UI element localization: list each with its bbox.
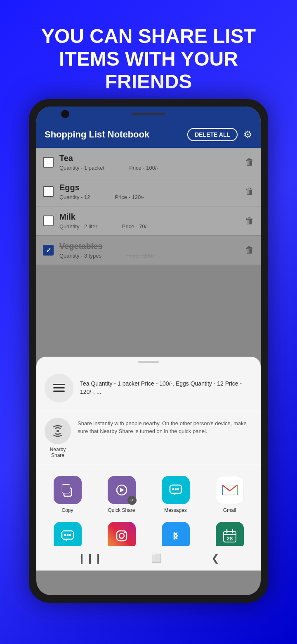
app-label-copy: Copy	[61, 507, 73, 514]
checkmark-icon: ✓	[46, 246, 51, 254]
recent-apps-button[interactable]: ❙❙❙	[78, 552, 102, 564]
nearby-share-description: Share instantly with people nearby. On t…	[78, 418, 252, 436]
nearby-waves-icon	[50, 425, 65, 437]
svg-point-1	[57, 430, 59, 432]
item-details-vegetables: Vegetables Quantity - 3 types Price - 20…	[59, 242, 245, 259]
item-meta-milk: Quantity - 2 liter Price - 70/-	[59, 223, 245, 230]
app-label-quickshare: Quick Share	[108, 507, 135, 514]
item-meta-tea: Quantity - 1 packet Price - 100/-	[59, 165, 245, 171]
hamburger-line	[53, 391, 65, 392]
item-price-tea: Price - 100/-	[129, 165, 158, 171]
gmail-svg-icon	[222, 483, 238, 497]
svg-point-9	[177, 488, 179, 490]
item-qty-vegetables: Quantity - 3 types	[59, 253, 101, 259]
share-preview-icon	[45, 374, 73, 402]
messages-svg-icon	[168, 483, 183, 497]
phone-screen: Shopping List Notebook DELETE ALL ⚙ Tea …	[36, 107, 261, 595]
quickshare-svg-icon	[114, 482, 130, 498]
quickshare-icon: ✈	[108, 476, 136, 504]
svg-point-12	[64, 534, 66, 536]
svg-point-17	[124, 532, 126, 533]
share-preview: Tea Quantity - 1 packet Price - 100/-, E…	[36, 369, 261, 411]
app-title: Shopping List Notebook	[45, 129, 149, 140]
nearby-share-icon	[45, 418, 71, 444]
app-header: Shopping List Notebook DELETE ALL ⚙	[36, 121, 261, 148]
svg-point-13	[66, 534, 68, 536]
speaker-bar	[132, 113, 165, 115]
nearby-share-section[interactable]: Nearby Share Share instantly with people…	[36, 411, 261, 465]
phone-frame: Shopping List Notebook DELETE ALL ⚙ Tea …	[29, 99, 268, 603]
list-item: ✓ Vegetables Quantity - 3 types Price - …	[36, 236, 261, 265]
list-item: Eggs Quantity - 12 Price - 120/- 🗑	[36, 177, 261, 206]
messages-icon	[162, 476, 190, 504]
app-label-gmail: Gmail	[223, 507, 236, 514]
delete-milk-icon[interactable]: 🗑	[245, 215, 254, 226]
item-price-eggs: Price - 120/-	[115, 194, 144, 200]
item-name-vegetables: Vegetables	[59, 242, 245, 251]
header-actions: DELETE ALL ⚙	[187, 128, 252, 141]
item-details-tea: Tea Quantity - 1 packet Price - 100/-	[59, 154, 245, 171]
item-price-milk: Price - 70/-	[122, 223, 148, 230]
item-name-eggs: Eggs	[59, 183, 245, 192]
item-name-milk: Milk	[59, 212, 245, 222]
app-label-messages: Messages	[164, 507, 187, 514]
calendar-svg-icon: 28	[222, 528, 238, 544]
item-meta-eggs: Quantity - 12 Price - 120/-	[59, 194, 245, 200]
checkbox-milk[interactable]	[43, 215, 54, 226]
svg-point-14	[69, 534, 71, 536]
delete-vegetables-icon[interactable]: 🗑	[245, 245, 254, 256]
svg-rect-4	[62, 485, 70, 493]
app-item-quickshare[interactable]: ✈ Quick Share	[94, 472, 148, 518]
checkbox-vegetables[interactable]: ✓	[43, 245, 54, 256]
nearby-share-label: Nearby Share	[45, 447, 71, 458]
share-preview-text: Tea Quantity - 1 packet Price - 100/-, E…	[80, 380, 252, 396]
hamburger-icon	[50, 381, 68, 395]
nearby-share-icon-group: Nearby Share	[45, 418, 71, 458]
bluetooth-svg-icon	[168, 528, 183, 543]
hamburger-line	[53, 384, 65, 385]
hamburger-line	[53, 387, 65, 388]
app-item-messages[interactable]: Messages	[148, 472, 203, 518]
app-item-gmail[interactable]: Gmail	[203, 472, 257, 518]
item-qty-milk: Quantity - 2 liter	[59, 223, 97, 230]
item-details-eggs: Eggs Quantity - 12 Price - 120/-	[59, 183, 245, 200]
checkbox-tea[interactable]	[43, 157, 54, 168]
share-sheet: Tea Quantity - 1 packet Price - 100/-, E…	[36, 357, 261, 571]
svg-point-8	[174, 488, 177, 490]
list-item: Milk Quantity - 2 liter Price - 70/- 🗑	[36, 206, 261, 236]
settings-icon[interactable]: ⚙	[243, 129, 252, 140]
checkbox-eggs[interactable]	[43, 186, 54, 197]
copy-svg-icon	[61, 483, 75, 497]
svg-text:28: 28	[226, 535, 232, 542]
quickshare-overlay-icon: ✈	[127, 496, 137, 505]
delete-tea-icon[interactable]: 🗑	[245, 157, 254, 168]
headline: YOU CAN SHARE LIST ITEMS WITH YOUR FRIEN…	[0, 25, 297, 93]
camera-notch	[61, 110, 69, 118]
item-name-tea: Tea	[59, 154, 245, 163]
delete-eggs-icon[interactable]: 🗑	[245, 186, 254, 197]
bottom-nav: ❙❙❙ ⬜ ❮	[36, 546, 261, 571]
item-qty-eggs: Quantity - 12	[59, 194, 90, 200]
sheet-handle	[138, 361, 159, 363]
list-item: Tea Quantity - 1 packet Price - 100/- 🗑	[36, 148, 261, 177]
item-meta-vegetables: Quantity - 3 types Price - 200/-	[59, 253, 245, 259]
item-price-vegetables: Price - 200/-	[126, 253, 156, 259]
item-qty-tea: Quantity - 1 packet	[59, 165, 104, 171]
messages2-svg-icon	[60, 528, 75, 543]
app-item-copy[interactable]: Copy	[40, 472, 94, 518]
back-button[interactable]: ❮	[211, 552, 219, 564]
shopping-list: Tea Quantity - 1 packet Price - 100/- 🗑 …	[36, 148, 261, 265]
svg-point-16	[119, 533, 124, 538]
copy-icon	[54, 476, 82, 504]
delete-all-button[interactable]: DELETE ALL	[187, 128, 238, 141]
home-button[interactable]: ⬜	[151, 553, 162, 563]
item-details-milk: Milk Quantity - 2 liter Price - 70/-	[59, 212, 245, 230]
gmail-icon	[216, 476, 244, 504]
svg-point-7	[172, 488, 174, 490]
status-bar	[36, 107, 261, 121]
instagram-svg-icon	[114, 528, 129, 543]
